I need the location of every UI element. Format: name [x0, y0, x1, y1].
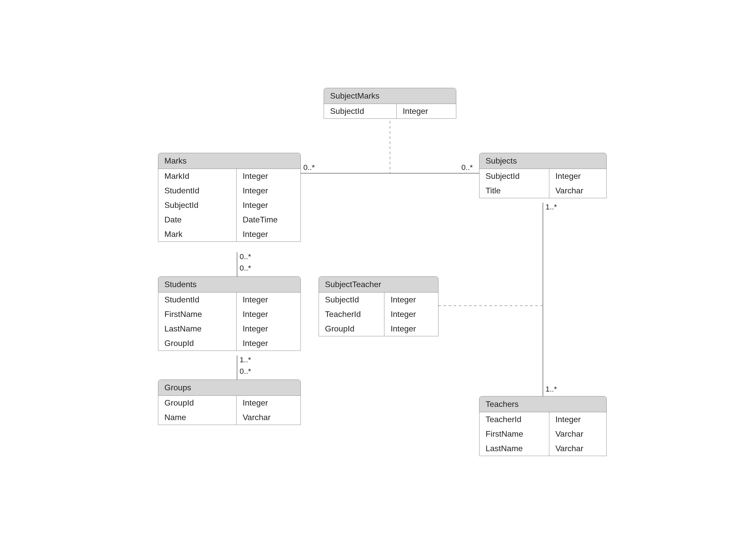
field-name: FirstName [480, 427, 549, 441]
entity-row: SubjectId Integer [319, 293, 438, 307]
field-type: Integer [384, 307, 438, 322]
entity-row: TeacherId Integer [480, 412, 606, 427]
entity-subjectmarks: SubjectMarks SubjectId Integer [324, 88, 456, 119]
field-type: Integer [384, 293, 438, 307]
entity-row: GroupId Integer [319, 322, 438, 336]
field-name: GroupId [319, 322, 384, 336]
field-name: GroupId [158, 396, 237, 410]
field-name: Title [480, 183, 549, 198]
entity-row: LastName Varchar [480, 441, 606, 456]
field-name: LastName [480, 441, 549, 456]
entity-marks: Marks MarkId Integer StudentId Integer S… [158, 153, 301, 242]
field-type: Integer [237, 227, 301, 241]
entity-title: Subjects [480, 153, 606, 169]
mult-teachers-top: 1..* [545, 385, 557, 393]
entity-subjects: Subjects SubjectId Integer Title Varchar [479, 153, 607, 198]
field-type: Integer [237, 169, 301, 183]
entity-row: LastName Integer [158, 322, 301, 336]
entity-row: SubjectId Integer [158, 198, 301, 212]
field-type: Integer [237, 183, 301, 198]
field-name: StudentId [158, 293, 237, 307]
entity-row: GroupId Integer [158, 396, 301, 410]
field-type: Integer [549, 412, 606, 427]
field-name: TeacherId [480, 412, 549, 427]
mult-subjects-bottom: 1..* [545, 203, 557, 211]
field-name: Mark [158, 227, 237, 241]
entity-row: Title Varchar [480, 183, 606, 198]
field-type: Integer [237, 198, 301, 212]
field-type: Varchar [549, 441, 606, 456]
field-type: Integer [237, 293, 301, 307]
mult-students-bottom: 1..* [240, 355, 251, 364]
field-name: LastName [158, 322, 237, 336]
entity-row: FirstName Integer [158, 307, 301, 322]
field-type: Integer [549, 169, 606, 183]
field-name: Date [158, 212, 237, 227]
entity-title: SubjectMarks [324, 88, 456, 104]
field-name: SubjectId [158, 198, 237, 212]
connector-layer [0, 0, 756, 535]
entity-groups: Groups GroupId Integer Name Varchar [158, 380, 301, 425]
field-name: SubjectId [324, 104, 396, 119]
field-type: Varchar [237, 410, 301, 425]
entity-row: Mark Integer [158, 227, 301, 241]
entity-students: Students StudentId Integer FirstName Int… [158, 276, 301, 351]
entity-title: Marks [158, 153, 301, 169]
entity-row: FirstName Varchar [480, 427, 606, 441]
er-diagram-canvas: SubjectMarks SubjectId Integer Marks Mar… [0, 0, 756, 535]
entity-title: Teachers [480, 396, 606, 412]
mult-students-top: 0..* [240, 264, 251, 272]
entity-subjectteacher: SubjectTeacher SubjectId Integer Teacher… [319, 276, 438, 336]
mult-marks-subjects-right: 0..* [461, 163, 473, 172]
entity-row: StudentId Integer [158, 183, 301, 198]
field-name: Name [158, 410, 237, 425]
field-type: Integer [384, 322, 438, 336]
field-type: Integer [237, 322, 301, 336]
field-type: Varchar [549, 427, 606, 441]
entity-title: Students [158, 277, 301, 293]
field-type: Varchar [549, 183, 606, 198]
entity-row: GroupId Integer [158, 336, 301, 351]
field-name: GroupId [158, 336, 237, 351]
entity-row: Name Varchar [158, 410, 301, 425]
entity-title: SubjectTeacher [319, 277, 438, 293]
field-name: SubjectId [319, 293, 384, 307]
field-name: FirstName [158, 307, 237, 322]
mult-marks-subjects-left: 0..* [303, 163, 315, 172]
field-name: MarkId [158, 169, 237, 183]
entity-row: Date DateTime [158, 212, 301, 227]
entity-title: Groups [158, 380, 301, 396]
field-type: Integer [237, 396, 301, 410]
field-type: Integer [396, 104, 456, 119]
mult-groups-top: 0..* [240, 367, 251, 376]
mult-marks-bottom: 0..* [240, 252, 251, 261]
entity-row: StudentId Integer [158, 293, 301, 307]
field-name: TeacherId [319, 307, 384, 322]
entity-row: TeacherId Integer [319, 307, 438, 322]
field-type: DateTime [237, 212, 301, 227]
field-name: SubjectId [480, 169, 549, 183]
field-name: StudentId [158, 183, 237, 198]
entity-row: SubjectId Integer [324, 104, 456, 119]
entity-row: MarkId Integer [158, 169, 301, 183]
entity-row: SubjectId Integer [480, 169, 606, 183]
entity-teachers: Teachers TeacherId Integer FirstName Var… [479, 396, 607, 456]
field-type: Integer [237, 336, 301, 351]
field-type: Integer [237, 307, 301, 322]
